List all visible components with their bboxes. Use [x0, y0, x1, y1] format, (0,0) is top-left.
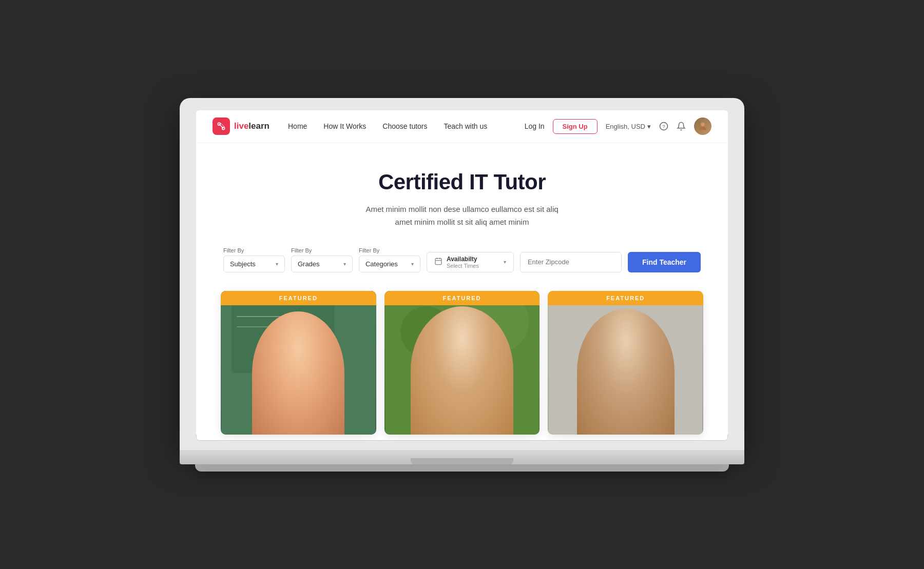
- hero-title: Certified IT Tutor: [213, 170, 711, 194]
- availability-text: Availabilty Select Times: [447, 256, 479, 269]
- categories-chevron-icon: ▾: [411, 261, 414, 267]
- svg-point-19: [273, 352, 287, 409]
- featured-badge-1: FEATURED: [221, 291, 376, 305]
- logo-text: livelearn: [234, 121, 270, 131]
- nav-links: Home How It Works Choose tutors Teach wi…: [288, 122, 525, 130]
- logo-icon: [213, 117, 230, 135]
- svg-point-41: [454, 375, 456, 376]
- svg-point-37: [451, 372, 457, 379]
- categories-filter-group: Filter By Categories ▾: [359, 247, 420, 272]
- svg-point-55: [617, 374, 619, 376]
- svg-point-52: [631, 371, 638, 378]
- svg-point-27: [306, 376, 308, 378]
- signup-button[interactable]: Sign Up: [553, 119, 598, 134]
- nav-how-it-works[interactable]: How It Works: [323, 122, 366, 130]
- svg-point-39: [452, 374, 456, 378]
- filter-bar: Filter By Subjects ▾ Filter By Grades ▾ …: [196, 247, 728, 291]
- svg-point-25: [304, 375, 309, 380]
- svg-point-54: [632, 372, 638, 378]
- subjects-filter-group: Filter By Subjects ▾: [223, 247, 285, 272]
- hero-subtitle-line1: Amet minim mollit non dese ullamco eulla…: [365, 205, 558, 213]
- svg-point-47: [602, 344, 650, 375]
- svg-point-38: [467, 372, 473, 379]
- laptop-base: [180, 450, 744, 464]
- svg-text:?: ?: [662, 124, 665, 129]
- grades-chevron-icon: ▾: [343, 261, 346, 267]
- svg-point-49: [598, 372, 606, 384]
- tutor-photo-1: [221, 291, 376, 435]
- logo-live: live: [234, 121, 248, 131]
- bottom-spacer: [196, 435, 728, 441]
- categories-dropdown[interactable]: Categories ▾: [359, 256, 420, 272]
- svg-point-56: [634, 374, 637, 376]
- navbar: livelearn Home How It Works Choose tutor…: [196, 110, 728, 143]
- svg-point-23: [303, 374, 309, 381]
- nav-home[interactable]: Home: [288, 122, 307, 130]
- availability-subtitle: Select Times: [447, 263, 479, 269]
- subjects-chevron-icon: ▾: [276, 261, 278, 267]
- hero-subtitle: Amet minim mollit non dese ullamco eulla…: [318, 203, 606, 229]
- svg-point-20: [309, 352, 323, 409]
- svg-point-46: [602, 349, 649, 405]
- availability-title: Availabilty: [447, 256, 479, 263]
- tutor-cards-section: FEATURED: [196, 291, 728, 435]
- tutor-2-illustration: [384, 291, 540, 435]
- svg-line-2: [219, 124, 223, 128]
- help-icon[interactable]: ?: [659, 122, 668, 131]
- tutor-card-1[interactable]: FEATURED: [221, 291, 376, 435]
- availability-dropdown[interactable]: Availabilty Select Times ▾: [427, 252, 514, 272]
- svg-point-6: [701, 123, 704, 126]
- zipcode-input[interactable]: [520, 252, 622, 272]
- nav-teach-with-us[interactable]: Teach with us: [444, 122, 488, 130]
- laptop-foot: [195, 464, 729, 472]
- svg-point-42: [471, 375, 472, 376]
- availability-chevron-icon: ▾: [504, 259, 506, 265]
- nav-choose-tutors[interactable]: Choose tutors: [382, 122, 427, 130]
- tutor-1-illustration: [221, 291, 376, 435]
- svg-point-33: [437, 344, 487, 377]
- svg-rect-7: [435, 259, 441, 265]
- tutor-photo-3: [548, 291, 703, 435]
- subjects-dropdown[interactable]: Subjects ▾: [223, 256, 285, 272]
- svg-point-17: [275, 351, 321, 405]
- svg-point-18: [273, 343, 324, 382]
- svg-rect-12: [232, 301, 334, 373]
- svg-point-43: [451, 388, 473, 397]
- hero-section: Certified IT Tutor Amet minim mollit non…: [196, 143, 728, 247]
- calendar-icon: [434, 257, 442, 267]
- find-teacher-button[interactable]: Find Teacher: [628, 252, 701, 272]
- svg-point-53: [615, 372, 620, 378]
- notification-bell-icon[interactable]: [677, 122, 686, 131]
- tutor-card-2[interactable]: FEATURED: [384, 291, 540, 435]
- laptop-frame: livelearn Home How It Works Choose tutor…: [180, 98, 744, 472]
- tutor-photo-2: [384, 291, 540, 435]
- screen: livelearn Home How It Works Choose tutor…: [196, 110, 728, 441]
- featured-badge-2: FEATURED: [384, 291, 540, 305]
- language-label: English, USD: [606, 123, 645, 130]
- tutor-3-illustration: [548, 291, 703, 435]
- svg-point-36: [482, 372, 490, 384]
- screen-bezel: livelearn Home How It Works Choose tutor…: [180, 98, 744, 450]
- subjects-value: Subjects: [230, 260, 256, 268]
- logo-learn: learn: [248, 121, 270, 131]
- svg-rect-31: [456, 389, 468, 407]
- login-button[interactable]: Log In: [525, 122, 545, 130]
- svg-rect-21: [273, 368, 284, 409]
- nav-right: Log In Sign Up English, USD ▾ ?: [525, 117, 711, 135]
- grades-dropdown[interactable]: Grades ▾: [291, 256, 353, 272]
- user-avatar[interactable]: [694, 117, 711, 135]
- svg-rect-16: [292, 391, 304, 409]
- logo-svg: [216, 121, 226, 131]
- logo[interactable]: livelearn: [213, 117, 270, 135]
- subjects-filter-label: Filter By: [223, 247, 285, 253]
- categories-value: Categories: [365, 260, 398, 268]
- grades-filter-group: Filter By Grades ▾: [291, 247, 353, 272]
- svg-point-40: [469, 374, 473, 378]
- grades-filter-label: Filter By: [291, 247, 353, 253]
- svg-point-34: [440, 344, 484, 369]
- tutor-card-3[interactable]: FEATURED: [548, 291, 703, 435]
- svg-point-26: [291, 376, 293, 378]
- svg-point-32: [438, 350, 486, 404]
- language-selector[interactable]: English, USD ▾: [606, 123, 651, 130]
- availability-group: Availabilty Select Times ▾: [427, 252, 514, 272]
